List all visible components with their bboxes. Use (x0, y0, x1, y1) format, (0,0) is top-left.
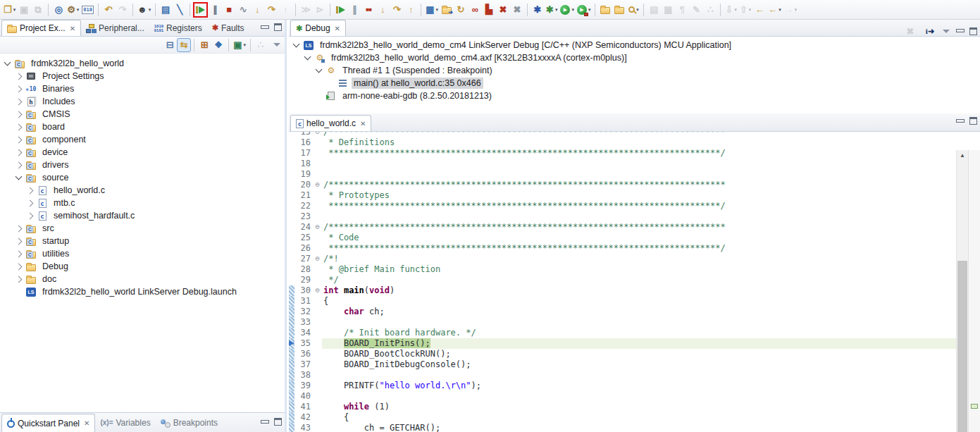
code-area[interactable]: 15⊖/************************************… (289, 132, 956, 432)
debug-tree-item[interactable]: ⚙Thread #1 1 (Suspended : Breakpoint) (289, 64, 980, 77)
code-text[interactable]: /***************************************… (322, 180, 956, 190)
tab-peripheral-[interactable]: Peripheral... (81, 20, 149, 36)
code-line[interactable]: 23 (289, 211, 956, 222)
line-number[interactable]: 32 (294, 307, 313, 317)
close-icon[interactable]: ✕ (84, 419, 89, 427)
project-tree-item[interactable]: device (0, 146, 285, 159)
code-text[interactable]: * Prototypes (322, 190, 956, 201)
code-line[interactable]: 21 * Prototypes (289, 190, 956, 201)
dropdown-arrow-icon[interactable]: ▾ (734, 7, 737, 13)
code-line[interactable]: 24⊖/************************************… (289, 222, 956, 233)
debug-tree-item[interactable]: arm-none-eabi-gdb (8.2.50.20181213) (289, 90, 980, 102)
maximize-icon[interactable] (969, 27, 977, 35)
terminate-remove-button[interactable]: ✖ (496, 2, 510, 18)
line-number[interactable]: 21 (294, 190, 313, 201)
expand-arrow-icon[interactable] (15, 111, 23, 118)
code-line[interactable]: 36 BOARD_BootClockRUN(); (289, 349, 956, 359)
dropdown-arrow-icon[interactable]: ▾ (779, 7, 781, 13)
expand-arrow-icon[interactable] (15, 136, 23, 143)
code-text[interactable] (322, 159, 956, 169)
code-line[interactable]: 27⊖/*! (289, 254, 956, 264)
previous-annotation-button[interactable]: ⇧▾ (738, 2, 752, 18)
code-line[interactable]: 39 PRINTF("hello world.\r\n"); (289, 381, 956, 391)
line-number[interactable]: 25 (294, 233, 313, 243)
dropdown-arrow-icon[interactable]: ▾ (571, 7, 574, 13)
code-line[interactable]: 16 * Definitions (289, 137, 956, 148)
debug-tree-item[interactable]: LSfrdmk32l2b3_hello_world_demo_cm4 LinkS… (289, 39, 980, 51)
collapse-arrow-icon[interactable] (15, 173, 23, 180)
maximize-icon[interactable] (274, 418, 282, 426)
line-number[interactable]: 24 (294, 222, 313, 233)
more-view-tools-button[interactable]: ∴ (254, 38, 268, 52)
line-number[interactable]: 37 (294, 359, 313, 370)
remote-console-button[interactable]: ▤ (159, 2, 173, 18)
probe-boot-button[interactable]: ▙ (482, 2, 496, 18)
terminate-all-button[interactable]: ■■ (361, 2, 376, 18)
code-line[interactable]: 18 (289, 159, 956, 169)
scrollbar-thumb[interactable] (957, 261, 967, 432)
code-text[interactable]: BOARD_BootClockRUN(); (322, 349, 956, 359)
project-tree-item[interactable]: semihost_hardfault.c (0, 209, 285, 222)
line-number[interactable]: 38 (294, 370, 313, 381)
link-with-editor-button[interactable]: ⇆ (177, 38, 191, 52)
code-line[interactable]: 30⊖int main(void) (289, 285, 956, 296)
fold-collapse-icon[interactable]: ⊖ (313, 180, 322, 190)
view-menu-icon[interactable] (943, 30, 950, 33)
fold-collapse-icon[interactable]: ⊖ (313, 222, 322, 233)
project-tree-item[interactable]: hello_world.c (0, 184, 285, 197)
line-number[interactable]: 16 (294, 137, 313, 148)
line-number[interactable]: 34 (294, 328, 313, 338)
instruction-stepping-button[interactable]: ≫ (299, 2, 313, 18)
synchronize-button[interactable]: ❖ (211, 38, 225, 52)
debug-tree-item[interactable]: ⚙frdmk32l2b3_hello_world_demo_cm4.axf [K… (289, 51, 980, 64)
tab-variables[interactable]: (x)=Variables (95, 414, 155, 432)
close-icon[interactable]: ✕ (360, 120, 366, 128)
expand-arrow-icon[interactable] (15, 149, 23, 156)
line-number[interactable]: 36 (294, 349, 313, 359)
show-whitespace-button[interactable]: ¶ (675, 2, 689, 18)
last-edit-location-button[interactable]: ← (752, 2, 767, 18)
terminate-button[interactable]: ■ (222, 2, 236, 18)
code-text[interactable] (322, 317, 956, 328)
expand-arrow-icon[interactable] (27, 199, 34, 206)
disconnect-button[interactable]: ∿ (236, 2, 250, 18)
show-debug-toolbar-button[interactable]: i➜ (923, 23, 937, 39)
step-into-button[interactable]: ↓ (250, 2, 264, 18)
profile-button[interactable]: ▶▾ (576, 2, 593, 18)
expand-arrow-icon[interactable] (15, 237, 23, 245)
code-text[interactable]: /***************************************… (322, 222, 956, 233)
project-tree-item[interactable]: 10Binaries (0, 82, 285, 95)
line-number[interactable]: 35 (294, 338, 313, 349)
tab-quickstart-panel[interactable]: Quickstart Panel✕ (1, 414, 95, 432)
dropdown-arrow-icon[interactable]: ▾ (636, 7, 639, 13)
expand-arrow-icon[interactable] (15, 85, 23, 92)
dropdown-arrow-icon[interactable]: ▾ (436, 7, 439, 13)
project-tree-item[interactable]: src (0, 222, 285, 235)
code-line[interactable]: 41 while (1) (289, 402, 956, 412)
dropdown-arrow-icon[interactable]: ▾ (77, 7, 80, 13)
save-button[interactable]: ▣ (17, 2, 31, 18)
code-line[interactable]: 15⊖/************************************… (289, 132, 956, 137)
collapse-arrow-icon[interactable] (304, 54, 311, 61)
tab-project-ex-[interactable]: Project Ex...✕ (1, 20, 81, 36)
step-return-all-button[interactable]: ↑ (404, 2, 418, 18)
resume-button[interactable] (193, 2, 208, 18)
maximize-icon[interactable] (969, 117, 977, 125)
expand-arrow-icon[interactable] (15, 98, 23, 105)
code-text[interactable]: char ch; (322, 307, 956, 317)
code-line[interactable]: 31{ (289, 296, 956, 307)
code-text[interactable]: ch = GETCHAR(); (322, 423, 956, 432)
code-line[interactable]: 29 */ (289, 275, 956, 285)
line-number[interactable]: 42 (294, 412, 313, 423)
code-text[interactable]: /* Init board hardware. */ (322, 328, 956, 338)
line-number[interactable]: 23 (294, 211, 313, 222)
debug-as-button[interactable]: ✱▾ (545, 2, 559, 18)
code-line[interactable]: 34 /* Init board hardware. */ (289, 328, 956, 338)
code-text[interactable]: { (322, 296, 956, 307)
code-text[interactable] (322, 169, 956, 180)
code-line[interactable]: 33 (289, 317, 956, 328)
step-over-all-button[interactable]: ↷ (390, 2, 404, 18)
expand-arrow-icon[interactable] (15, 225, 23, 232)
line-number[interactable]: 31 (294, 296, 313, 307)
minimize-icon[interactable] (260, 419, 268, 426)
